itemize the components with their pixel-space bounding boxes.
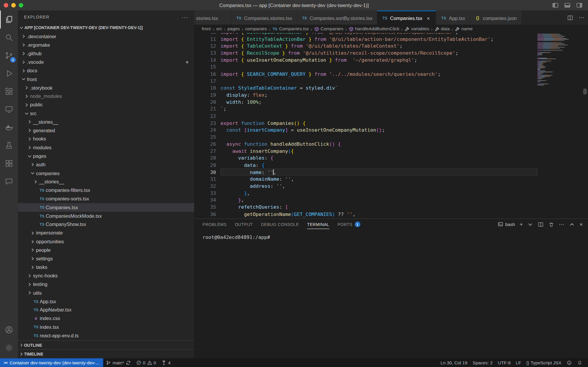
toggle-secondary-sidebar-icon[interactable]	[576, 2, 583, 9]
breadcrumb-pages[interactable]: pages	[228, 26, 240, 31]
activity-grid[interactable]	[0, 155, 18, 172]
code-line-11[interactable]: 11import { EntityTableActionBar } from '…	[194, 36, 537, 43]
tab-Companies.stories.tsx[interactable]: TSCompanies.stories.tsx	[231, 11, 297, 25]
line-number[interactable]: 35	[194, 204, 220, 210]
sidebar-item-testing[interactable]: testing	[18, 280, 194, 289]
encoding[interactable]: UTF-8	[495, 360, 513, 365]
sidebar-item-docs[interactable]: docs	[18, 66, 194, 75]
code-line-22[interactable]: 22	[194, 113, 537, 120]
sidebar-item-auth[interactable]: auth	[18, 160, 194, 169]
sidebar-item-companies-sorts.tsx[interactable]: TScompanies-sorts.tsx	[18, 195, 194, 203]
activity-settings[interactable]	[0, 339, 18, 357]
sidebar-item-companies-filters.tsx[interactable]: TScompanies-filters.tsx	[18, 186, 194, 195]
activity-account[interactable]	[0, 321, 18, 339]
workspace-section-header[interactable]: APP [CONTAINER DEV-TWENTY-DEV (DEV-TWENT…	[18, 23, 194, 32]
tab-App.tsx[interactable]: TSApp.tsx	[436, 11, 470, 25]
split-terminal-icon[interactable]	[538, 221, 544, 227]
breadcrumb-src[interactable]: src	[216, 26, 222, 31]
line-number[interactable]: 26	[194, 141, 220, 147]
code-line-29[interactable]: 29 data: {	[194, 162, 537, 169]
sidebar-item-.github[interactable]: .github	[18, 49, 194, 58]
sidebar-item-CompaniesMockMode.tsx[interactable]: TSCompaniesMockMode.tsx	[18, 212, 194, 220]
line-number[interactable]: 21	[194, 106, 220, 112]
sidebar-item-public[interactable]: public	[18, 100, 194, 109]
line-number[interactable]: 29	[194, 162, 220, 168]
line-number[interactable]: 12	[194, 43, 220, 49]
close-panel-icon[interactable]: ×	[579, 221, 583, 228]
sidebar-item-tasks[interactable]: tasks	[18, 263, 194, 272]
new-terminal-icon[interactable]: +	[519, 221, 523, 228]
breadcrumb-handleAddButtonClick[interactable]: handleAddButtonClick	[349, 26, 399, 31]
line-number[interactable]: 10	[194, 33, 220, 35]
code-line-34[interactable]: 34 },	[194, 197, 537, 204]
line-number[interactable]: 13	[194, 50, 220, 56]
timeline-section[interactable]: TIMELINE	[18, 349, 194, 358]
kill-terminal-icon[interactable]	[548, 221, 554, 227]
toggle-sidebar-icon[interactable]	[552, 2, 559, 9]
code-line-10[interactable]: 10import { WithTopBarContainer } from '@…	[194, 33, 537, 36]
tab-stories.tsx[interactable]: stories.tsx	[194, 11, 231, 25]
code-line-32[interactable]: 32 address: '',	[194, 182, 537, 190]
line-number[interactable]: 33	[194, 190, 220, 196]
line-number[interactable]: 14	[194, 57, 220, 63]
sidebar-item-sync-hooks[interactable]: sync-hooks	[18, 272, 194, 280]
sidebar-item-utils[interactable]: utils	[18, 289, 194, 297]
eol[interactable]: LF	[513, 360, 524, 365]
sidebar-item-pages[interactable]: pages	[18, 152, 194, 160]
activity-search[interactable]	[0, 29, 18, 46]
line-number[interactable]: 18	[194, 85, 220, 91]
line-number[interactable]: 15	[194, 64, 220, 70]
activity-source-control[interactable]: 1	[0, 46, 18, 64]
sidebar-item-settings[interactable]: settings	[18, 254, 194, 263]
close-icon[interactable]: ×	[425, 15, 431, 21]
line-number[interactable]: 22	[194, 113, 220, 119]
line-number[interactable]: 24	[194, 127, 220, 133]
tab-Companies.tsx[interactable]: TSCompanies.tsx×	[377, 11, 436, 25]
line-number[interactable]: 34	[194, 197, 220, 203]
minimap[interactable]	[537, 34, 569, 219]
terminal-dropdown-icon[interactable]	[527, 221, 533, 227]
code-line-20[interactable]: 20 width: 100%;	[194, 98, 537, 105]
code-line-25[interactable]: 25	[194, 133, 537, 140]
more-actions-icon[interactable]: ···	[181, 14, 188, 20]
code-line-16[interactable]: 16import { SEARCH_COMPANY_QUERY } from '…	[194, 71, 537, 78]
sidebar-item-front[interactable]: front	[18, 75, 194, 83]
activity-chat[interactable]	[0, 172, 18, 190]
sidebar-item-.storybook[interactable]: .storybook	[18, 83, 194, 92]
feedback[interactable]	[564, 360, 574, 365]
sidebar-item-impersonate[interactable]: impersonate	[18, 229, 194, 237]
code-line-23[interactable]: 23export function Companies() {	[194, 120, 537, 127]
sidebar-item-index.css[interactable]: #index.css	[18, 314, 194, 323]
activity-explorer[interactable]	[0, 11, 18, 29]
sidebar-item-App.tsx[interactable]: TSApp.tsx	[18, 297, 194, 306]
remote-indicator[interactable]: >< Container dev-twenty-dev (dev-twenty-…	[0, 358, 103, 367]
line-number[interactable]: 11	[194, 36, 220, 42]
panel-tab-debug-console[interactable]: DEBUG CONSOLE	[261, 219, 299, 230]
breadcrumb-Companies.tsx[interactable]: TSCompanies.tsx	[272, 26, 309, 31]
sidebar-item-.devcontainer[interactable]: .devcontainer	[18, 32, 194, 41]
code-line-28[interactable]: 28 variables: {	[194, 155, 537, 162]
breadcrumb-front[interactable]: front	[202, 26, 211, 31]
code-line-26[interactable]: 26 async function handleAddButtonClick()…	[194, 140, 537, 148]
sidebar-item-people[interactable]: people	[18, 246, 194, 254]
code-line-24[interactable]: 24 const [insertCompany] = useInsertOneC…	[194, 127, 537, 134]
activity-remote-explorer[interactable]	[0, 100, 18, 118]
activity-extensions[interactable]	[0, 83, 18, 100]
line-number[interactable]: 25	[194, 134, 220, 140]
code-line-35[interactable]: 35 refetchQueries: [	[194, 204, 537, 211]
more-actions-icon[interactable]: ⋯	[579, 14, 584, 21]
line-number[interactable]: 31	[194, 176, 220, 182]
tab-Companies.sortBy.stories.tsx[interactable]: TSCompanies.sortBy.stories.tsx	[297, 11, 377, 25]
breadcrumb-companies[interactable]: companies	[245, 26, 267, 31]
code-line-27[interactable]: 27 await insertCompany({	[194, 148, 537, 155]
sidebar-item-.vscode[interactable]: .vscode	[18, 58, 194, 66]
code-line-13[interactable]: 13import { RecoilScope } from '@/ui/util…	[194, 49, 537, 56]
zoom-window-button[interactable]	[19, 3, 23, 7]
sidebar-item-node_modules[interactable]: node_modules	[18, 92, 194, 100]
maximize-panel-icon[interactable]	[569, 221, 575, 227]
code-line-21[interactable]: 21`;	[194, 105, 537, 113]
breadcrumb-data[interactable]: data	[435, 26, 450, 31]
sidebar-item-CompanyShow.tsx[interactable]: TSCompanyShow.tsx	[18, 220, 194, 229]
outline-section[interactable]: OUTLINE	[18, 340, 194, 349]
notifications[interactable]	[574, 360, 585, 365]
